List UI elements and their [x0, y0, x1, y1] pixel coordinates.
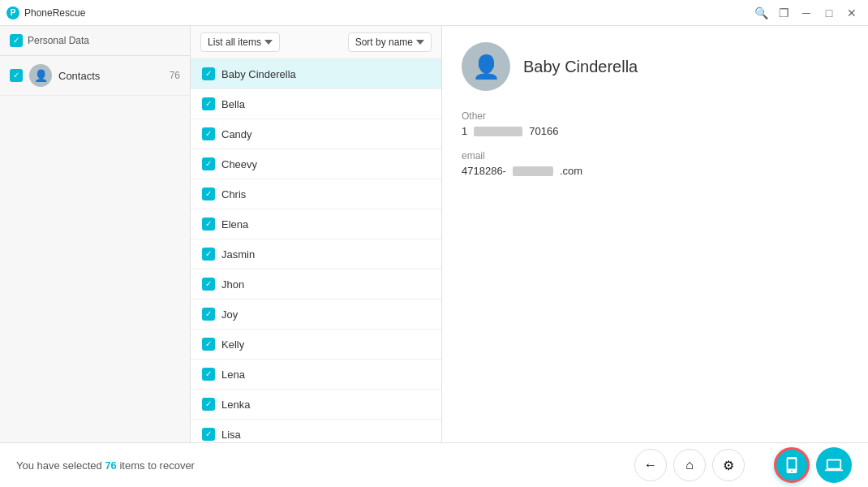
detail-header: 👤 Baby Cinderella: [462, 42, 849, 91]
personal-data-checkbox[interactable]: [10, 34, 23, 47]
contact-list-item[interactable]: Candy: [191, 119, 441, 149]
contact-list-item[interactable]: Kelly: [191, 330, 441, 360]
titlebar: P PhoneRescue 🔍 ❐ ─ □ ✕: [0, 0, 868, 26]
recover-device-icon: [783, 456, 801, 474]
contact-item-name: Bella: [221, 98, 245, 110]
contact-checkbox[interactable]: [202, 97, 215, 110]
restore-button[interactable]: ❐: [774, 5, 793, 21]
phone-section: Other 1 70166: [462, 110, 849, 137]
contact-items-list: Baby CinderellaBellaCandyCheevyChrisElen…: [191, 59, 441, 442]
contact-list-item[interactable]: Chris: [191, 179, 441, 209]
detail-panel: 👤 Baby Cinderella Other 1 70166 email 47…: [442, 26, 868, 442]
phone-field: 1 70166: [462, 125, 849, 137]
contact-checkbox[interactable]: [202, 278, 215, 291]
contact-checkbox[interactable]: [202, 218, 215, 231]
contacts-count: 76: [170, 70, 180, 81]
phone-label: Other: [462, 110, 849, 122]
status-text: You have selected 76 items to recover: [16, 459, 195, 472]
sidebar-header: Personal Data: [0, 26, 190, 56]
recover-to-device-button[interactable]: [774, 447, 810, 483]
contact-list-item[interactable]: Lena: [191, 360, 441, 390]
list-filter-label: List all items: [208, 37, 261, 48]
contacts-checkbox[interactable]: [10, 69, 23, 82]
email-prefix: 4718286-: [462, 165, 506, 177]
sidebar: Personal Data 👤 Contacts 76: [0, 26, 191, 442]
contact-list-header: List all items Sort by name: [191, 26, 441, 59]
contact-item-name: Baby Cinderella: [221, 68, 296, 80]
contact-checkbox[interactable]: [202, 398, 215, 411]
contact-item-name: Jasmin: [221, 248, 255, 261]
avatar-icon: 👤: [472, 54, 501, 80]
back-button[interactable]: ←: [634, 449, 667, 481]
contact-list-item[interactable]: Joy: [191, 300, 441, 330]
detail-contact-name: Baby Cinderella: [523, 58, 638, 76]
contact-item-name: Chris: [221, 188, 246, 200]
contact-checkbox[interactable]: [202, 248, 215, 261]
email-redacted: [513, 166, 553, 176]
contact-checkbox[interactable]: [202, 338, 215, 351]
contact-item-name: Cheevy: [221, 158, 257, 170]
status-count: 76: [105, 459, 116, 472]
sidebar-item-contacts[interactable]: 👤 Contacts 76: [0, 56, 190, 96]
titlebar-left: P PhoneRescue: [6, 6, 85, 19]
email-section: email 4718286- .com: [462, 150, 849, 177]
contact-item-name: Lena: [221, 368, 245, 381]
app-logo: P: [6, 6, 19, 19]
contact-item-name: Jhon: [221, 278, 244, 291]
main-layout: Personal Data 👤 Contacts 76 List all ite…: [0, 26, 868, 442]
contact-item-name: Kelly: [221, 338, 244, 351]
search-button[interactable]: 🔍: [751, 5, 771, 21]
contact-checkbox[interactable]: [202, 368, 215, 381]
sort-label: Sort by name: [355, 37, 413, 48]
contacts-icon: 👤: [29, 64, 52, 87]
contact-item-name: Elena: [221, 218, 248, 231]
maximize-button[interactable]: □: [819, 5, 839, 21]
email-suffix: .com: [560, 165, 582, 177]
recover-to-computer-button[interactable]: [816, 447, 852, 483]
contact-list-item[interactable]: Cheevy: [191, 149, 441, 179]
contact-list-item[interactable]: Bella: [191, 89, 441, 119]
recover-computer-icon: [825, 456, 843, 474]
contact-checkbox[interactable]: [202, 127, 215, 140]
contact-item-name: Candy: [221, 128, 252, 140]
nav-and-actions: ← ⌂ ⚙: [634, 447, 852, 483]
bottombar: You have selected 76 items to recover ← …: [0, 442, 868, 487]
status-prefix: You have selected: [16, 459, 105, 472]
minimize-button[interactable]: ─: [797, 5, 816, 21]
app-title: PhoneRescue: [24, 7, 85, 19]
contact-checkbox[interactable]: [202, 308, 215, 321]
contact-item-name: Joy: [221, 308, 238, 321]
contact-checkbox[interactable]: [202, 428, 215, 441]
email-label: email: [462, 150, 849, 162]
status-suffix: items to recover: [117, 459, 195, 472]
action-buttons: [774, 447, 852, 483]
filter-chevron-icon: [264, 38, 273, 46]
phone-prefix: 1: [462, 125, 467, 137]
contact-list-item[interactable]: Baby Cinderella: [191, 59, 441, 89]
contact-list-item[interactable]: Jhon: [191, 269, 441, 300]
email-field: 4718286- .com: [462, 165, 849, 177]
settings-button[interactable]: ⚙: [712, 449, 745, 481]
contact-checkbox[interactable]: [202, 67, 215, 80]
close-button[interactable]: ✕: [842, 5, 862, 21]
nav-buttons: ← ⌂ ⚙: [634, 449, 745, 481]
avatar: 👤: [462, 42, 510, 91]
titlebar-controls: 🔍 ❐ ─ □ ✕: [751, 5, 862, 21]
contact-checkbox[interactable]: [202, 157, 215, 170]
contact-item-name: Lisa: [221, 429, 241, 441]
list-filter-dropdown[interactable]: List all items: [200, 32, 280, 52]
contacts-name: Contacts: [58, 70, 163, 82]
contact-list-panel: List all items Sort by name Baby Cindere…: [191, 26, 442, 442]
contact-checkbox[interactable]: [202, 187, 215, 200]
phone-redacted: [474, 127, 522, 136]
contact-list-item[interactable]: Lisa: [191, 420, 441, 442]
contact-list-item[interactable]: Elena: [191, 209, 441, 239]
personal-data-label: Personal Data: [28, 35, 89, 46]
home-button[interactable]: ⌂: [673, 449, 706, 481]
contact-list-item[interactable]: Jasmin: [191, 239, 441, 269]
sort-chevron-icon: [416, 38, 424, 46]
sort-dropdown[interactable]: Sort by name: [348, 32, 432, 52]
contact-list-item[interactable]: Lenka: [191, 390, 441, 420]
contact-item-name: Lenka: [221, 399, 250, 411]
phone-suffix: 70166: [529, 125, 558, 137]
